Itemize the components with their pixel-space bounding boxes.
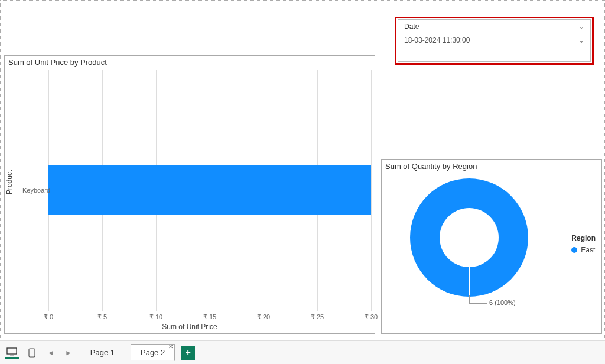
bar-plot-area xyxy=(48,70,371,311)
report-canvas: Date ⌄ 18-03-2024 11:30:00 ⌄ Sum of Unit… xyxy=(0,0,605,340)
gridline xyxy=(371,70,372,311)
x-tick: ₹ 30 xyxy=(365,313,378,321)
x-tick: ₹ 20 xyxy=(257,313,270,321)
prev-page-button[interactable]: ◄ xyxy=(45,349,57,357)
donut-chart-title: Sum of Quantity by Region xyxy=(382,160,601,171)
mobile-view-button[interactable] xyxy=(25,347,39,359)
chevron-down-icon[interactable]: ⌄ xyxy=(578,36,584,44)
x-tick: ₹ 10 xyxy=(149,313,162,321)
legend-item-label: East xyxy=(581,246,595,254)
slicer-header[interactable]: Date ⌄ xyxy=(398,20,590,32)
x-tick: ₹ 15 xyxy=(203,313,216,321)
donut-data-label: 6 (100%) xyxy=(489,299,516,306)
donut-legend: Region East xyxy=(571,234,596,254)
slicer-selected-value: 18-03-2024 11:30:00 xyxy=(404,36,470,44)
svg-rect-2 xyxy=(29,349,35,357)
close-icon[interactable]: ✕ xyxy=(168,343,173,350)
slicer-field-label: Date xyxy=(404,22,419,31)
x-tick: ₹ 0 xyxy=(44,313,53,321)
bar-x-axis-title: Sum of Unit Price xyxy=(5,323,375,331)
donut-leader-line xyxy=(469,295,487,304)
svg-rect-1 xyxy=(10,355,14,355)
date-slicer[interactable]: Date ⌄ 18-03-2024 11:30:00 ⌄ xyxy=(398,20,591,62)
bar-x-ticks: ₹ 0 ₹ 5 ₹ 10 ₹ 15 ₹ 20 ₹ 25 ₹ 30 xyxy=(48,313,371,321)
donut-slice-east[interactable] xyxy=(410,178,528,297)
bar-chart-visual[interactable]: Sum of Unit Price by Product Product Key… xyxy=(4,55,375,334)
svg-rect-0 xyxy=(7,348,17,354)
donut-plot-area xyxy=(410,178,528,297)
bar-chart-title: Sum of Unit Price by Product xyxy=(5,56,375,67)
legend-swatch-icon xyxy=(571,247,577,253)
donut-seam xyxy=(469,238,470,297)
slicer-dropdown[interactable]: 18-03-2024 11:30:00 ⌄ xyxy=(398,32,590,48)
next-page-button[interactable]: ► xyxy=(63,349,74,357)
chevron-down-icon[interactable]: ⌄ xyxy=(578,22,584,31)
tab-label: Page 2 xyxy=(141,348,165,357)
bar-y-axis-title: Product xyxy=(5,170,14,194)
add-page-button[interactable]: + xyxy=(181,346,195,360)
x-tick: ₹ 5 xyxy=(97,313,107,321)
page-tab-bar: ◄ ► Page 1 Page 2 ✕ + xyxy=(0,340,605,364)
tab-page-1[interactable]: Page 1 xyxy=(80,344,125,361)
bar-category-label: Keyboard xyxy=(22,187,50,194)
tab-label: Page 1 xyxy=(90,348,115,357)
legend-item-east[interactable]: East xyxy=(571,246,596,254)
bar-keyboard[interactable] xyxy=(48,165,371,215)
tab-page-2[interactable]: Page 2 ✕ xyxy=(131,344,175,361)
desktop-view-button[interactable] xyxy=(5,347,19,359)
donut-chart-visual[interactable]: Sum of Quantity by Region 6 (100%) Regio… xyxy=(381,159,602,334)
x-tick: ₹ 25 xyxy=(311,313,324,321)
legend-title: Region xyxy=(571,234,596,242)
